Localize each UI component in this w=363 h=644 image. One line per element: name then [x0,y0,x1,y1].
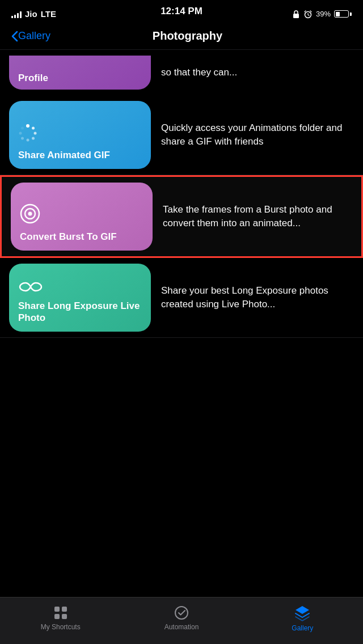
signal-bar-1 [11,16,13,18]
shortcut-icon-wrap: Convert Burst To GIF [11,183,153,251]
shortcut-icon-wrap: Share Animated GIF [9,101,151,169]
shortcut-description: Quickly access your Animations folder an… [161,121,354,149]
svg-rect-0 [293,14,299,18]
layers-icon [293,604,311,622]
alarm-icon [303,10,313,19]
shortcut-label: Share Long Exposure Live Photo [18,300,142,324]
lock-icon [292,10,300,19]
signal-bar-3 [17,13,19,18]
svg-point-12 [28,211,32,215]
shortcut-description: Take the frames from a Burst photo and c… [163,203,352,230]
shortcut-label: Profile [18,73,142,84]
status-right: 39% [292,10,352,19]
list-item[interactable]: Profile so that they can... [0,50,363,95]
svg-point-3 [32,126,35,129]
shortcut-label: Share Animated GIF [18,149,142,161]
shortcut-description: Share your best Long Exposure photos cre… [161,284,354,311]
tab-my-shortcuts[interactable]: My Shortcuts [27,605,95,631]
infinity-icon [18,281,142,295]
svg-rect-14 [62,607,67,612]
shortcut-description: so that they can... [161,66,354,79]
signal-bars [11,10,22,18]
tab-gallery-label: Gallery [292,624,313,632]
nav-header: Gallery Photography [0,25,363,50]
svg-point-9 [21,126,24,129]
shortcut-icon-wrap: Profile [9,56,151,90]
signal-bar-4 [20,11,22,18]
status-left: Jio LTE [11,9,56,19]
shortcut-list: Profile so that they can... [0,50,363,338]
battery-percent: 39% [316,10,331,18]
svg-rect-13 [54,607,60,612]
svg-point-5 [32,137,35,139]
svg-point-17 [175,607,188,619]
svg-point-2 [26,124,29,128]
tab-my-shortcuts-label: My Shortcuts [41,623,81,631]
spinner-icon [18,123,142,145]
scroll-area: Profile so that they can... [0,50,363,586]
tab-gallery[interactable]: Gallery [268,604,336,632]
back-label: Gallery [18,30,50,42]
signal-bar-2 [14,15,16,18]
svg-rect-15 [54,614,60,619]
list-item[interactable]: Convert Burst To GIF Take the frames fro… [0,175,363,258]
status-bar: Jio LTE 12:14 PM 39% [0,0,363,25]
list-item[interactable]: Share Long Exposure Live Photo Share you… [0,258,363,338]
network-type: LTE [41,9,56,19]
svg-rect-16 [62,614,67,619]
tab-bar: My Shortcuts Automation Gallery [0,597,363,644]
battery-icon [334,10,352,18]
clock-check-icon [174,605,189,621]
tab-automation-label: Automation [164,623,199,631]
tab-automation[interactable]: Automation [147,605,216,631]
grid-icon [53,605,69,621]
shortcut-icon-wrap: Share Long Exposure Live Photo [9,264,151,332]
back-button[interactable]: Gallery [11,30,50,42]
carrier-label: Jio [25,9,37,19]
status-time: 12:14 PM [161,6,202,17]
shortcut-label: Convert Burst To GIF [20,231,143,243]
page-title: Photography [57,29,318,43]
list-item[interactable]: Share Animated GIF Quickly access your A… [0,95,363,175]
back-chevron-icon [11,31,18,42]
svg-point-7 [21,137,24,139]
svg-point-6 [27,138,29,141]
svg-point-8 [19,132,22,134]
svg-point-4 [34,132,37,134]
target-icon [20,204,143,226]
